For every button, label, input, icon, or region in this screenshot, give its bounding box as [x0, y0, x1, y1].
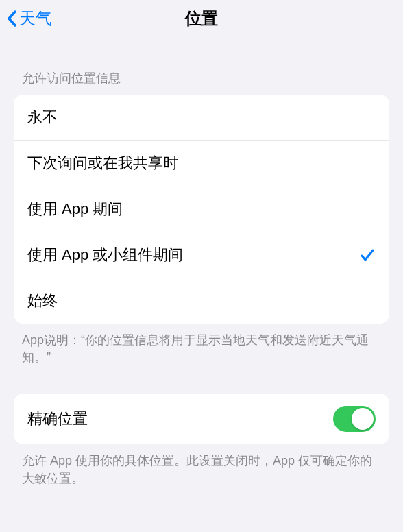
precise-location-toggle[interactable] — [333, 406, 376, 432]
option-label: 始终 — [27, 291, 58, 311]
option-ask-next-time[interactable]: 下次询问或在我共享时 — [14, 140, 389, 186]
location-access-options: 永不 下次询问或在我共享时 使用 App 期间 使用 App 或小组件期间 始终 — [14, 95, 389, 324]
back-button[interactable]: 天气 — [5, 8, 52, 29]
navigation-bar: 天气 位置 — [0, 0, 403, 37]
precise-location-row[interactable]: 精确位置 — [14, 394, 389, 444]
precise-location-group: 精确位置 — [14, 394, 389, 444]
switch-knob — [352, 408, 374, 430]
section-header-location-access: 允许访问位置信息 — [0, 37, 403, 95]
page-title: 位置 — [185, 8, 218, 29]
back-label: 天气 — [19, 8, 52, 29]
section-footer-precise-location: 允许 App 使用你的具体位置。此设置关闭时，App 仅可确定你的大致位置。 — [0, 444, 403, 487]
option-while-using-app-or-widgets[interactable]: 使用 App 或小组件期间 — [14, 232, 389, 278]
precise-location-label: 精确位置 — [27, 409, 88, 429]
option-while-using-app[interactable]: 使用 App 期间 — [14, 186, 389, 232]
chevron-left-icon — [5, 8, 18, 29]
option-label: 下次询问或在我共享时 — [27, 153, 178, 173]
option-label: 永不 — [27, 107, 58, 128]
option-label: 使用 App 期间 — [27, 199, 123, 219]
option-never[interactable]: 永不 — [14, 95, 389, 140]
section-footer-app-explanation: App说明：“你的位置信息将用于显示当地天气和发送附近天气通知。” — [0, 324, 403, 366]
option-label: 使用 App 或小组件期间 — [27, 245, 183, 265]
checkmark-icon — [359, 247, 376, 263]
option-always[interactable]: 始终 — [14, 278, 389, 324]
